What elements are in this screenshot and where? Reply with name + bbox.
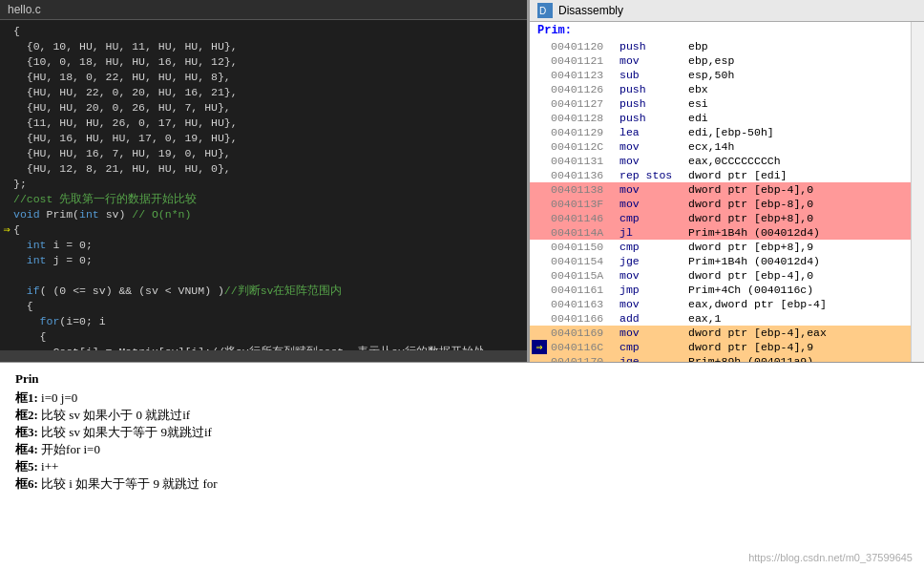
source-line: {HU, HU, 16, 7, HU, 19, 0, HU}, bbox=[0, 146, 527, 161]
source-line: {HU, HU, 20, 0, 26, HU, 7, HU}, bbox=[0, 100, 527, 116]
annotation-label: 框4: bbox=[15, 442, 38, 456]
source-line: {11, HU, HU, 26, 0, 17, HU, HU}, bbox=[0, 116, 527, 131]
disasm-mnem: add bbox=[620, 311, 688, 326]
disasm-mnem: jge bbox=[620, 254, 688, 268]
source-line: }; bbox=[0, 177, 527, 192]
disasm-line: 0040114AjlPrim+1B4h (004012d4) bbox=[530, 225, 911, 240]
source-line: {HU, HU, 22, 0, 20, HU, 16, 21}, bbox=[0, 85, 527, 100]
disasm-mnem: push bbox=[620, 96, 688, 111]
top-pane: hello.c { {0, 10, HU, HU, 11, HU, HU, HU… bbox=[0, 0, 924, 363]
disasm-line: 00401131moveax,0CCCCCCCCh bbox=[530, 154, 911, 168]
source-line: {HU, 16, HU, HU, 17, 0, 19, HU}, bbox=[0, 131, 527, 146]
disasm-line: 00401154jgePrim+1B4h (004012d4) bbox=[530, 254, 911, 268]
line-content: { bbox=[13, 299, 33, 314]
disasm-mnem: push bbox=[620, 39, 688, 53]
source-content[interactable]: { {0, 10, HU, HU, 11, HU, HU, HU}, {10, … bbox=[0, 20, 527, 362]
disasm-addr: 00401121 bbox=[547, 53, 620, 68]
line-content: int i = 0; bbox=[13, 238, 93, 253]
annotation-text: i++ bbox=[38, 459, 59, 474]
source-scrollbar[interactable] bbox=[0, 350, 527, 362]
disasm-ops: dword ptr [ebp-4],eax bbox=[688, 326, 909, 340]
source-line bbox=[0, 268, 527, 284]
disasm-addr: 00401128 bbox=[547, 111, 620, 125]
line-arrow bbox=[0, 253, 13, 268]
disasm-mnem: cmp bbox=[620, 340, 688, 354]
annotation-item: 框2: 比较 sv 如果小于 0 就跳过if bbox=[15, 407, 909, 424]
source-line: int i = 0; bbox=[0, 238, 527, 253]
annotation-title: Prin bbox=[15, 370, 909, 388]
line-arrow bbox=[0, 161, 13, 177]
disasm-mnem: mov bbox=[620, 154, 688, 168]
disasm-addr: 00401120 bbox=[547, 39, 620, 53]
disasm-mnem: jge bbox=[620, 354, 688, 362]
source-panel-title: hello.c bbox=[0, 0, 527, 20]
line-arrow bbox=[0, 85, 13, 100]
line-arrow bbox=[0, 54, 13, 70]
disasm-addr: 00401163 bbox=[547, 297, 620, 311]
disasm-addr: 00401170 bbox=[547, 354, 620, 362]
disasm-line: 00401146cmpdword ptr [ebp+8],0 bbox=[530, 211, 911, 225]
annotation-item: 框1: i=0 j=0 bbox=[15, 390, 909, 407]
source-line: for(i=0; i bbox=[0, 314, 527, 329]
line-arrow bbox=[0, 207, 13, 222]
disasm-mnem: rep stos bbox=[620, 168, 688, 182]
main-container: hello.c { {0, 10, HU, HU, 11, HU, HU, HU… bbox=[0, 0, 924, 569]
disasm-mnem: jl bbox=[620, 225, 688, 240]
disasm-line: 00401129leaedi,[ebp-50h] bbox=[530, 125, 911, 139]
line-content: void Prim(int sv) // O(n*n) bbox=[13, 207, 191, 222]
line-content: {10, 0, 18, HU, HU, 16, HU, 12}, bbox=[13, 54, 238, 70]
disasm-ops: dword ptr [edi] bbox=[688, 168, 909, 182]
disasm-line: 00401150cmpdword ptr [ebp+8],9 bbox=[530, 240, 911, 254]
disasm-addr: 00401126 bbox=[547, 82, 620, 96]
disasm-line: 0040115Amovdword ptr [ebp-4],0 bbox=[530, 268, 911, 283]
disasm-mnem: mov bbox=[620, 139, 688, 154]
disasm-panel: D Disassembly Prim: 00401120pushebp 0040… bbox=[530, 0, 924, 362]
disasm-mnem: mov bbox=[620, 197, 688, 211]
disasm-main[interactable]: Prim: 00401120pushebp 00401121movebp,esp… bbox=[530, 22, 911, 362]
annotation-item: 框4: 开始for i=0 bbox=[15, 441, 909, 458]
source-line: { bbox=[0, 299, 527, 314]
bottom-panel: Prin 框1: i=0 j=0框2: 比较 sv 如果小于 0 就跳过if框3… bbox=[0, 363, 924, 569]
source-line: int j = 0; bbox=[0, 253, 527, 268]
disasm-ops: esi bbox=[688, 96, 909, 111]
line-arrow bbox=[0, 238, 13, 253]
line-arrow bbox=[0, 100, 13, 116]
disasm-title: D Disassembly bbox=[530, 0, 924, 22]
disasm-mnem: cmp bbox=[620, 240, 688, 254]
disasm-mnem: mov bbox=[620, 182, 688, 197]
disasm-line: 00401163moveax,dword ptr [ebp-4] bbox=[530, 297, 911, 311]
line-arrow bbox=[0, 116, 13, 131]
disasm-scrollbar[interactable] bbox=[911, 22, 924, 362]
disasm-line: 00401166addeax,1 bbox=[530, 311, 911, 326]
disasm-ops: dword ptr [ebp+8],0 bbox=[688, 211, 909, 225]
disasm-ops: Prim+4Ch (0040116c) bbox=[688, 283, 909, 297]
disasm-line: 00401161jmpPrim+4Ch (0040116c) bbox=[530, 283, 911, 297]
disasm-mnem: push bbox=[620, 111, 688, 125]
disasm-line: 00401127pushesi bbox=[530, 96, 911, 111]
disasm-addr: 0040112C bbox=[547, 139, 620, 154]
disasm-addr: 00401169 bbox=[547, 326, 620, 340]
annotation-text: 比较 sv 如果大于等于 9就跳过if bbox=[38, 425, 212, 439]
source-panel: hello.c { {0, 10, HU, HU, 11, HU, HU, HU… bbox=[0, 0, 530, 362]
disasm-row-container: Prim: 00401120pushebp 00401121movebp,esp… bbox=[530, 22, 924, 362]
disasm-mnem: mov bbox=[620, 326, 688, 340]
annotation-label: 框1: bbox=[15, 390, 38, 405]
disasm-title-text: Disassembly bbox=[558, 4, 623, 17]
line-arrow bbox=[0, 192, 13, 207]
watermark: https://blog.csdn.net/m0_37599645 bbox=[748, 552, 913, 563]
disasm-addr: 00401138 bbox=[547, 182, 620, 197]
annotation-label: 框5: bbox=[15, 459, 38, 474]
line-content: {HU, 18, 0, 22, HU, HU, HU, 8}, bbox=[13, 70, 231, 85]
disasm-addr: 00401123 bbox=[547, 68, 620, 82]
source-line: ⇒{ bbox=[0, 222, 527, 238]
disasm-line: 0040113Fmovdword ptr [ebp-8],0 bbox=[530, 197, 911, 211]
disasm-ops: edi,[ebp-50h] bbox=[688, 125, 909, 139]
disasm-addr: 00401154 bbox=[547, 254, 620, 268]
annotation-text: 比较 i 如果大于等于 9 就跳过 for bbox=[38, 476, 218, 491]
disasm-addr: 00401161 bbox=[547, 283, 620, 297]
disasm-ops: ecx,14h bbox=[688, 139, 909, 154]
disasm-ops: dword ptr [ebp-8],0 bbox=[688, 197, 909, 211]
line-arrow bbox=[0, 146, 13, 161]
disasm-addr: 0040116C bbox=[547, 340, 620, 354]
disasm-line: 00401170jgePrim+89h (004011a9) bbox=[530, 354, 911, 362]
